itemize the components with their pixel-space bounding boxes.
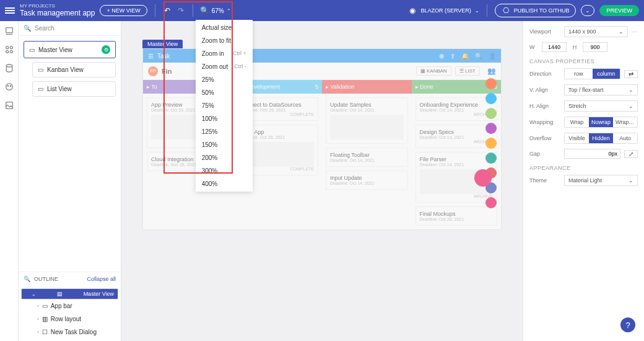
data-icon[interactable] [4, 63, 14, 73]
tree-master-view[interactable]: ⌄▤Master View [21, 288, 118, 299]
view-master[interactable]: ▭ Master View ⚙ [24, 41, 116, 58]
swap-icon[interactable]: ⇄ [624, 70, 638, 78]
gap-lock-icon[interactable]: ⤢ [624, 150, 638, 158]
more-icon[interactable]: ⋯ [632, 29, 638, 35]
zoom-150[interactable]: 150% [196, 138, 253, 151]
publish-button[interactable]: ⎔ PUBLISH TO GITHUB [495, 4, 577, 17]
zoom-75[interactable]: 75% [196, 99, 253, 112]
fab-add [474, 169, 492, 187]
zoom-actual[interactable]: Actual size [196, 21, 253, 34]
new-view-button[interactable]: + NEW VIEW [100, 5, 147, 16]
magnify-icon: 🔍 [201, 6, 209, 15]
ov-hidden[interactable]: Hidden [589, 133, 613, 143]
theme-icon[interactable] [4, 82, 14, 92]
width-input[interactable] [542, 42, 567, 52]
avatar: FP [148, 66, 158, 76]
plus-icon: ⊕ [439, 53, 444, 60]
zoom-25[interactable]: 25% [196, 73, 253, 86]
dialog-icon: ☐ [42, 329, 48, 335]
svg-point-6 [6, 84, 12, 91]
tree-row-layout[interactable]: ›▥Row layout [19, 312, 121, 326]
theme-select[interactable]: Material Light⌄ [564, 175, 638, 186]
view-icon: ▤ [57, 291, 63, 297]
zoom-out[interactable]: Zoom outCtrl - [196, 60, 253, 73]
gap-input[interactable] [564, 149, 620, 159]
left-panel: 🔍 Search ▭ Master View ⚙ ▭ Kanban View ▭… [19, 21, 121, 341]
github-icon: ⎔ [502, 6, 510, 15]
top-bar: MY PROJECTS Task management app + NEW VI… [0, 0, 644, 21]
wrap-nowrap[interactable]: Nowrap [589, 117, 613, 127]
preview-button[interactable]: PREVIEW [599, 5, 639, 16]
dir-column[interactable]: column [593, 69, 620, 79]
bell-icon: 🔔 [461, 53, 469, 60]
project-title[interactable]: MY PROJECTS Task management app [20, 4, 95, 17]
list-toggle: ☰ LIST [455, 66, 480, 76]
svg-point-7 [7, 86, 8, 86]
canvas-props-section: CANVAS PROPERTIES [529, 58, 638, 64]
zoom-200[interactable]: 200% [196, 151, 253, 164]
viewport-select[interactable]: 1440 x 900⌄ [564, 26, 628, 37]
dir-row[interactable]: row [565, 69, 593, 79]
search-icon: 🔍 [24, 276, 30, 282]
zoom-400[interactable]: 400% [196, 177, 253, 190]
zoom-300[interactable]: 300% [196, 164, 253, 177]
user-icon: 👤 [489, 53, 496, 60]
undo-icon[interactable]: ↶ [163, 6, 172, 15]
appbar-icon: ▭ [42, 303, 48, 309]
height-input[interactable] [583, 42, 607, 52]
properties-panel: Viewport 1440 x 900⌄ ⋯ W H CANVAS PROPER… [523, 21, 644, 341]
gear-icon[interactable]: ⚙ [102, 45, 110, 54]
row-icon: ▥ [42, 316, 48, 322]
view-kanban[interactable]: ▭ Kanban View [32, 62, 116, 78]
assets-icon[interactable] [4, 100, 14, 110]
wrap-reverse[interactable]: WrapRe… [613, 117, 637, 127]
zoom-menu: Actual size Zoom to fit Zoom inCtrl + Zo… [196, 20, 253, 192]
zoom-value: 67% [212, 7, 224, 14]
layers-icon[interactable] [4, 26, 14, 36]
chevron-down-icon: ⌄ [629, 87, 633, 93]
ov-auto[interactable]: Auto [613, 133, 637, 143]
view-list[interactable]: ▭ List View [32, 81, 116, 97]
svg-point-4 [10, 50, 12, 53]
help-button[interactable]: ? [620, 317, 635, 332]
chevron-down-icon: ⌄ [619, 29, 624, 35]
svg-point-2 [10, 46, 12, 49]
zoom-50[interactable]: 50% [196, 86, 253, 99]
outline-title: OUTLINE [34, 276, 58, 282]
chevron-up-icon: ⌃ [227, 8, 231, 14]
wrap-wrap[interactable]: Wrap [565, 117, 589, 127]
valign-select[interactable]: Top / flex-start⌄ [564, 84, 638, 95]
publish-more[interactable]: ⌄ [581, 5, 594, 16]
tree-new-task-dialog[interactable]: ›☐New Task Dialog [19, 326, 121, 339]
zoom-100[interactable]: 100% [196, 112, 253, 125]
chevron-down-icon: ⌄ [629, 103, 633, 109]
halign-select[interactable]: Stretch⌄ [564, 100, 638, 112]
redo-icon[interactable]: ↷ [176, 6, 185, 15]
collapse-all-link[interactable]: Collapse all [87, 276, 116, 282]
search-icon: 🔍 [475, 53, 482, 60]
chevron-down-icon: ⌄ [629, 177, 633, 184]
svg-point-5 [6, 64, 12, 67]
viewport-label: Viewport [529, 29, 560, 35]
tool-rail [0, 21, 19, 341]
zoom-dropdown[interactable]: 🔍 67% ⌃ [201, 6, 231, 15]
components-icon[interactable] [4, 45, 14, 55]
view-icon: ▭ [29, 46, 35, 53]
search-input[interactable]: 🔍 Search [19, 21, 121, 36]
breadcrumb: MY PROJECTS [20, 4, 95, 9]
menu-icon[interactable] [5, 7, 15, 14]
zoom-in[interactable]: Zoom inCtrl + [196, 47, 253, 60]
collaborator-avatars [485, 78, 497, 208]
canvas[interactable]: Master View ☰ Task ⊕ ⇪ 🔔 🔍 👤 FP Fin [121, 21, 523, 341]
canvas-tab[interactable]: Master View [142, 40, 183, 48]
kanban-toggle: ▦ KANBAN [416, 66, 451, 76]
search-icon: 🔍 [24, 25, 31, 32]
share-icon: ⇪ [450, 53, 455, 60]
app-name: Task management app [20, 9, 95, 17]
zoom-fit[interactable]: Zoom to fit [196, 34, 253, 47]
menu-icon: ☰ [148, 53, 154, 60]
zoom-125[interactable]: 125% [196, 125, 253, 138]
ov-visible[interactable]: Visible [565, 133, 589, 143]
tree-app-bar[interactable]: ›▭App bar [19, 299, 121, 312]
framework-select[interactable]: ◉ BLAZOR (SERVER) ⌄ [408, 6, 479, 15]
